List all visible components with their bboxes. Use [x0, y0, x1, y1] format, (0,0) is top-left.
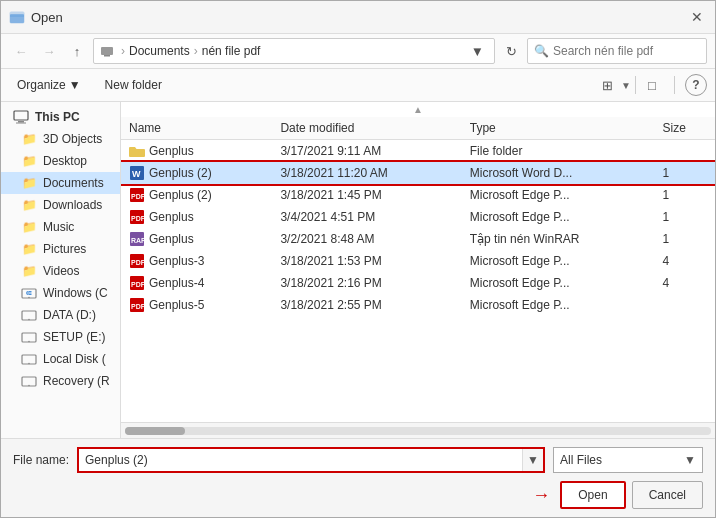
sidebar-item-this-pc[interactable]: This PC	[1, 106, 120, 128]
rar-file-icon: RAR	[129, 231, 145, 247]
sidebar-item-3d-objects[interactable]: 📁 3D Objects	[1, 128, 120, 150]
file-name-cell: PDF Genplus (2)	[121, 184, 272, 206]
new-folder-button[interactable]: New folder	[97, 75, 170, 95]
sidebar-label-local-disk: Local Disk (	[43, 352, 106, 366]
table-row[interactable]: Genplus 3/17/2021 9:11 AM File folder	[121, 140, 715, 163]
sidebar-label-music: Music	[43, 220, 74, 234]
folder-3d-icon: 📁	[21, 131, 37, 147]
table-row[interactable]: PDF Genplus 3/4/2021 4:51 PM Microsoft E…	[121, 206, 715, 228]
filename-input-wrapper: ▼	[77, 447, 545, 473]
col-size[interactable]: Size	[655, 117, 715, 140]
table-row[interactable]: RAR Genplus 3/2/2021 8:48 AM Tập tin nén…	[121, 228, 715, 250]
sidebar-item-desktop[interactable]: 📁 Desktop	[1, 150, 120, 172]
navigation-toolbar: ← → ↑ › Documents › nén file pdf ▼ ↻ 🔍	[1, 34, 715, 69]
col-name[interactable]: Name	[121, 117, 272, 140]
view-grid-button[interactable]: ⊞	[595, 73, 619, 97]
drive-recovery-icon	[21, 373, 37, 389]
file-size-cell	[655, 140, 715, 163]
sidebar-item-pictures[interactable]: 📁 Pictures	[1, 238, 120, 260]
breadcrumb[interactable]: › Documents › nén file pdf ▼	[93, 38, 495, 64]
refresh-button[interactable]: ↻	[499, 39, 523, 63]
file-size-cell	[655, 294, 715, 316]
file-name-cell: PDF Genplus-5	[121, 294, 272, 316]
sidebar-item-videos[interactable]: 📁 Videos	[1, 260, 120, 282]
svg-rect-6	[16, 123, 26, 124]
file-name-cell: W Genplus (2)	[121, 162, 272, 184]
help-button[interactable]: ?	[685, 74, 707, 96]
breadcrumb-this-pc	[100, 44, 117, 59]
filename-dropdown-button[interactable]: ▼	[522, 449, 543, 471]
folder-music-icon: 📁	[21, 219, 37, 235]
scroll-up-indicator: ▲	[121, 102, 715, 117]
scrollbar-area	[121, 422, 715, 438]
svg-text:PDF: PDF	[131, 281, 145, 288]
file-name-cell: RAR Genplus	[121, 228, 272, 250]
svg-rect-1	[10, 14, 24, 23]
filetype-dropdown-icon: ▼	[684, 453, 696, 467]
file-name-cell: PDF Genplus-3	[121, 250, 272, 272]
file-modified-cell: 3/18/2021 1:45 PM	[272, 184, 461, 206]
file-type-cell: Microsoft Edge P...	[462, 294, 655, 316]
title-bar: Open ✕	[1, 1, 715, 34]
sidebar-item-documents[interactable]: 📁 Documents	[1, 172, 120, 194]
table-row[interactable]: PDF Genplus-4 3/18/2021 2:16 PM Microsof…	[121, 272, 715, 294]
pdf-file-icon: PDF	[129, 275, 145, 291]
word-file-icon: W	[129, 165, 145, 181]
file-area: ▲ Name Date modified Type Size	[121, 102, 715, 438]
breadcrumb-part-1: Documents	[129, 44, 190, 58]
file-modified-cell: 3/4/2021 4:51 PM	[272, 206, 461, 228]
file-type-cell: Microsoft Edge P...	[462, 272, 655, 294]
open-button[interactable]: Open	[560, 481, 625, 509]
breadcrumb-separator-1: ›	[121, 44, 125, 58]
svg-rect-15	[22, 377, 36, 386]
dialog-title: Open	[31, 10, 681, 25]
forward-button[interactable]: →	[37, 39, 61, 63]
pdf-file-icon: PDF	[129, 209, 145, 225]
bottom-bar: File name: ▼ All Files ▼ → Open Cancel	[1, 438, 715, 517]
file-modified-cell: 3/2/2021 8:48 AM	[272, 228, 461, 250]
organize-button[interactable]: Organize ▼	[9, 75, 89, 95]
breadcrumb-dropdown[interactable]: ▼	[467, 44, 488, 59]
search-input[interactable]	[553, 44, 703, 58]
col-modified[interactable]: Date modified	[272, 117, 461, 140]
sidebar-item-music[interactable]: 📁 Music	[1, 216, 120, 238]
sidebar-item-downloads[interactable]: 📁 Downloads	[1, 194, 120, 216]
close-button[interactable]: ✕	[687, 7, 707, 27]
up-button[interactable]: ↑	[65, 39, 89, 63]
svg-rect-9	[22, 311, 36, 320]
dialog-icon	[9, 9, 25, 25]
table-row[interactable]: PDF Genplus (2) 3/18/2021 1:45 PM Micros…	[121, 184, 715, 206]
cancel-button[interactable]: Cancel	[632, 481, 703, 509]
h-scrollbar-thumb[interactable]	[125, 427, 185, 435]
folder-pics-icon: 📁	[21, 241, 37, 257]
col-type[interactable]: Type	[462, 117, 655, 140]
folder-dl-icon: 📁	[21, 197, 37, 213]
pdf-file-icon: PDF	[129, 187, 145, 203]
preview-button[interactable]: □	[640, 73, 664, 97]
table-row[interactable]: PDF Genplus-3 3/18/2021 1:53 PM Microsof…	[121, 250, 715, 272]
table-row[interactable]: PDF Genplus-5 3/18/2021 2:55 PM Microsof…	[121, 294, 715, 316]
organize-label: Organize	[17, 78, 66, 92]
file-table[interactable]: Name Date modified Type Size Genplus 3/1…	[121, 117, 715, 422]
back-button[interactable]: ←	[9, 39, 33, 63]
sidebar-item-local-disk[interactable]: Local Disk (	[1, 348, 120, 370]
sidebar-item-data-d[interactable]: DATA (D:)	[1, 304, 120, 326]
table-row[interactable]: W Genplus (2) 3/18/2021 11:20 AM Microso…	[121, 162, 715, 184]
file-name-cell: PDF Genplus	[121, 206, 272, 228]
pdf-file-icon: PDF	[129, 253, 145, 269]
svg-rect-5	[18, 121, 24, 123]
sidebar-item-setup-e[interactable]: SETUP (E:)	[1, 326, 120, 348]
h-scrollbar[interactable]	[125, 427, 711, 435]
filetype-select[interactable]: All Files ▼	[553, 447, 703, 473]
svg-rect-13	[22, 355, 36, 364]
sidebar-label-downloads: Downloads	[43, 198, 102, 212]
sidebar-label-data-d: DATA (D:)	[43, 308, 96, 322]
sidebar-label-videos: Videos	[43, 264, 79, 278]
folder-file-icon	[129, 143, 145, 159]
sidebar-item-recovery[interactable]: Recovery (R	[1, 370, 120, 392]
file-name-cell: PDF Genplus-4	[121, 272, 272, 294]
sidebar-item-windows[interactable]: Windows (C	[1, 282, 120, 304]
filename-input[interactable]	[79, 453, 522, 467]
folder-docs-icon: 📁	[21, 175, 37, 191]
file-type-cell: Microsoft Edge P...	[462, 184, 655, 206]
